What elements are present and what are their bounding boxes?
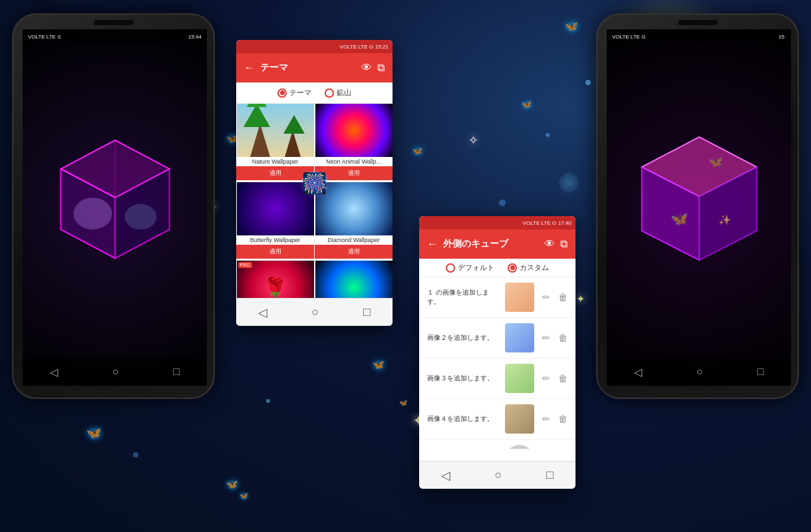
cube-carrier: VOLTE LTE G <box>523 220 556 226</box>
butterfly-6: 🦋 <box>86 426 101 440</box>
cube-thumb-3 <box>505 404 534 434</box>
cube-status-bar: VOLTE LTE G 17:40 <box>419 216 575 229</box>
right-phone: VOLTE LTE G 15: 🦋 🦋 ✨ <box>596 13 799 399</box>
bokeh-glow <box>559 173 579 193</box>
cube-list-text-0: １ の画像を追加します。 <box>427 288 500 307</box>
right-phone-content: VOLTE LTE G 15: 🦋 🦋 ✨ <box>607 29 791 386</box>
right-phone-notch <box>678 20 718 25</box>
bokeh-dot <box>546 133 550 137</box>
cube-radio-circle-1 <box>508 263 517 273</box>
butterfly-8: 🦋 <box>240 492 247 499</box>
theme-app-window: VOLTE LTE G 15:21 ← テーマ 👁 ⧉ テーマ 鉱山 <box>236 40 393 326</box>
right-nav-recent[interactable]: □ <box>757 366 764 378</box>
cube-title: 外側のキューブ <box>443 238 539 250</box>
cube-list-item-1[interactable]: 画像２を追加します。 ✏ 🗑 <box>419 318 575 358</box>
left-phone-content: VOLTE LTE S 15:44 <box>23 29 207 386</box>
left-status-bar: VOLTE LTE S 15:44 <box>23 29 207 44</box>
theme-nav-recent[interactable]: □ <box>363 305 371 319</box>
cube-delete-1[interactable]: 🗑 <box>558 332 568 343</box>
right-time: 15: <box>778 34 786 40</box>
svg-point-6 <box>73 198 112 229</box>
cube-nav-home[interactable]: ○ <box>495 468 502 482</box>
right-cube-svg: 🦋 🦋 ✨ <box>619 121 779 281</box>
right-status-bar: VOLTE LTE G 15: <box>607 29 791 44</box>
theme-nav-home[interactable]: ○ <box>312 305 319 319</box>
butterfly-7: 🦋 <box>226 479 238 489</box>
cube-list-item-0[interactable]: １ の画像を追加します。 ✏ 🗑 <box>419 277 575 318</box>
right-phone-screen: VOLTE LTE G 15: 🦋 🦋 ✨ <box>607 29 791 386</box>
cube-list-text-1: 画像２を追加します。 <box>427 333 500 342</box>
right-cube-art: 🦋 🦋 ✨ <box>607 44 791 358</box>
left-bottom-nav: ◁ ○ □ <box>23 358 207 386</box>
butterfly-11: 🦋 <box>399 399 407 406</box>
cube-view-icon[interactable]: 👁 <box>544 238 555 250</box>
cube-thumb-1 <box>505 323 534 352</box>
cube-radio-label-1: カスタム <box>520 263 549 273</box>
right-carrier: VOLTE LTE G <box>612 34 645 40</box>
cube-thumb-4: 👤 <box>505 445 534 449</box>
cube-time: 17:40 <box>558 220 571 226</box>
cube-edit-0[interactable]: ✏ <box>542 292 550 303</box>
svg-point-7 <box>124 204 156 229</box>
cube-nav-back[interactable]: ◁ <box>441 468 450 483</box>
svg-text:🦋: 🦋 <box>670 210 688 227</box>
cube-delete-2[interactable]: 🗑 <box>558 373 568 384</box>
right-bottom-nav: ◁ ○ □ <box>607 358 791 386</box>
theme-bottom-nav: ◁ ○ □ <box>236 298 393 326</box>
cube-edit-3[interactable]: ✏ <box>542 414 550 424</box>
cube-bottom-nav: ◁ ○ □ <box>419 461 575 489</box>
butterfly-10: 🦋 <box>373 359 384 370</box>
cube-app-header: ← 外側のキューブ 👁 ⧉ <box>419 229 575 259</box>
left-time: 15:44 <box>188 34 202 40</box>
cube-radio-default[interactable]: デフォルト <box>446 263 494 273</box>
cube-copy-icon[interactable]: ⧉ <box>560 238 568 250</box>
theme-nav-back[interactable]: ◁ <box>258 305 267 320</box>
cube-app-window: VOLTE LTE G 17:40 ← 外側のキューブ 👁 ⧉ デフォルト カス… <box>419 216 575 489</box>
cube-thumb-0 <box>505 283 534 312</box>
cube-delete-3[interactable]: 🗑 <box>558 414 568 424</box>
left-phone-screen: VOLTE LTE S 15:44 <box>23 29 207 386</box>
cube-thumb-2 <box>505 364 534 393</box>
svg-text:✨: ✨ <box>718 213 731 226</box>
cube-back-button[interactable]: ← <box>427 238 438 250</box>
wallpaper-grid: Nature Wallpaper 適用 🦊 Neon Animal Wallp.… <box>236 104 393 326</box>
cube-list: １ の画像を追加します。 ✏ 🗑 画像２を追加します。 ✏ 🗑 画像３を追加しま… <box>419 277 575 449</box>
cube-radio-label-0: デフォルト <box>458 263 494 273</box>
cube-radio-row: デフォルト カスタム <box>419 259 575 277</box>
cube-list-item-4[interactable]: 画像５を追加します。 👤 ✏ 🗑 <box>419 440 575 449</box>
left-cube-art <box>23 29 207 386</box>
butterfly-1: 🦋 <box>565 20 578 33</box>
cube-edit-2[interactable]: ✏ <box>542 373 550 384</box>
left-carrier: VOLTE LTE S <box>28 34 61 40</box>
left-phone-notch <box>94 20 134 25</box>
bokeh-dot <box>585 80 591 85</box>
cube-nav-recent[interactable]: □ <box>546 468 554 482</box>
left-nav-home[interactable]: ○ <box>112 366 119 378</box>
bokeh-dot <box>133 452 138 458</box>
cube-radio-circle-0 <box>446 263 455 273</box>
cube-list-text-3: 画像４を追加します。 <box>427 414 500 424</box>
right-nav-home[interactable]: ○ <box>697 366 703 378</box>
cube-svg <box>35 121 195 281</box>
butterfly-3: 🦋 <box>522 100 532 109</box>
left-nav-recent[interactable]: □ <box>173 366 180 378</box>
left-nav-back[interactable]: ◁ <box>50 366 58 378</box>
cube-delete-0[interactable]: 🗑 <box>558 292 568 303</box>
cube-list-text-2: 画像３を追加します。 <box>427 374 500 383</box>
right-nav-back[interactable]: ◁ <box>634 366 642 378</box>
bokeh-dot <box>266 399 270 403</box>
cube-edit-1[interactable]: ✏ <box>542 332 550 343</box>
left-phone: VOLTE LTE S 15:44 <box>12 13 215 399</box>
svg-text:🦋: 🦋 <box>709 154 723 169</box>
butterfly-9: 🦋 <box>412 146 422 156</box>
bokeh-dot <box>499 200 506 206</box>
cube-radio-custom[interactable]: カスタム <box>508 263 549 273</box>
cube-list-item-3[interactable]: 画像４を追加します。 ✏ 🗑 <box>419 399 575 440</box>
cube-list-item-2[interactable]: 画像３を追加します。 ✏ 🗑 <box>419 358 575 399</box>
